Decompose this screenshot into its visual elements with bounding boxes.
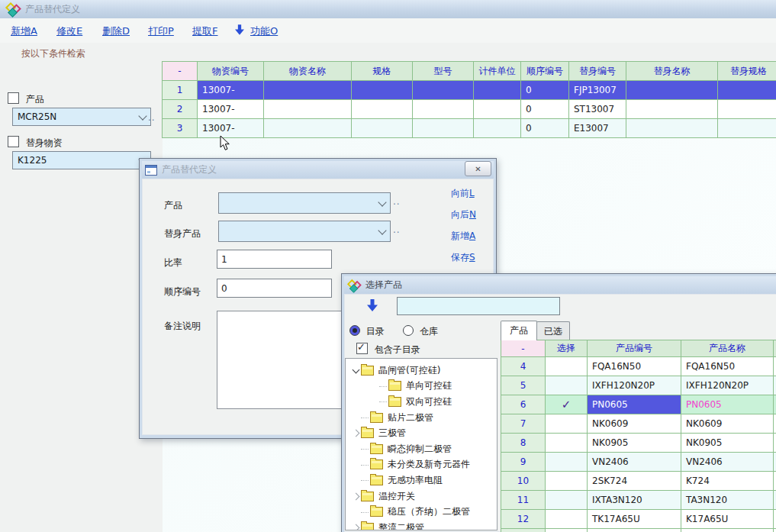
table-cell[interactable] (546, 414, 588, 434)
table-row[interactable]: 4FQA16N50FQA16N50F (501, 357, 776, 376)
product-field-more-button[interactable]: .. (393, 196, 401, 207)
table-cell[interactable]: K724 (681, 472, 774, 491)
table-row[interactable]: 213007-0ST13007 (163, 100, 776, 119)
include-sub-checkbox-row[interactable]: 包含子目录 (356, 343, 420, 356)
table-cell[interactable]: 13007- (198, 81, 264, 100)
table-cell[interactable]: 9 (501, 453, 546, 472)
tree-item[interactable]: 整流二极管 (346, 520, 497, 530)
column-header[interactable]: 物资名称 (264, 62, 352, 81)
substitute-checkbox[interactable] (8, 136, 19, 147)
tree-expand-icon[interactable] (350, 430, 361, 436)
column-header[interactable]: 顺序编号 (521, 62, 569, 81)
table-cell[interactable]: 8 (501, 434, 546, 453)
table-cell[interactable]: 0 (521, 100, 569, 119)
chevron-down-icon[interactable] (378, 198, 386, 206)
action-link-A[interactable]: 新增A (451, 230, 476, 243)
tree-item[interactable]: 未分类及新奇元器件 (346, 457, 497, 473)
table-cell[interactable] (264, 119, 352, 138)
table-cell[interactable] (546, 357, 588, 376)
action-link-S[interactable]: 保存S (451, 251, 476, 264)
tree-item[interactable]: 瞬态抑制二极管 (346, 441, 497, 457)
table-cell[interactable]: K17A65U (681, 510, 774, 529)
radio-unselected-icon[interactable] (403, 325, 414, 336)
table-cell[interactable]: 2 (163, 100, 198, 119)
close-button[interactable]: ✕ (465, 161, 491, 176)
table-cell[interactable]: 10 (501, 472, 546, 491)
column-header[interactable]: 替身规格 (718, 62, 776, 81)
toolbar-item-D[interactable]: 删除D (102, 24, 130, 38)
column-header[interactable]: 产品编号 (588, 340, 681, 357)
table-row[interactable] (501, 529, 776, 532)
table-cell[interactable] (474, 119, 521, 138)
table-cell[interactable]: VN2406 (588, 453, 681, 472)
table-cell[interactable]: NK0905 (588, 434, 681, 453)
column-header[interactable]: 产品名称 (681, 340, 774, 357)
table-cell[interactable]: 11 (501, 491, 546, 510)
table-cell[interactable]: 1 (163, 81, 198, 100)
column-header[interactable]: 选择 (546, 340, 588, 357)
table-cell[interactable] (626, 119, 718, 138)
tree-item[interactable]: 无感功率电阻 (346, 472, 497, 488)
product-more-button[interactable]: .. (148, 112, 156, 123)
table-cell[interactable] (718, 119, 776, 138)
table-cell[interactable]: 5 (501, 376, 546, 395)
column-header[interactable]: 替身编号 (569, 62, 626, 81)
column-header[interactable]: - (163, 62, 198, 81)
table-cell[interactable] (352, 81, 413, 100)
column-header[interactable]: 替身名称 (626, 62, 718, 81)
toolbar-item-A[interactable]: 新增A (11, 24, 37, 38)
tab-selected[interactable]: 已选 (536, 321, 570, 340)
table-row[interactable]: 313007-0E13007 (163, 119, 776, 138)
column-header[interactable]: 规格 (352, 62, 413, 81)
chevron-down-icon[interactable] (138, 111, 147, 120)
tree-item[interactable]: 三极管 (346, 425, 497, 441)
table-cell[interactable]: 2SK724 (588, 472, 681, 491)
table-cell[interactable]: NK0905 (681, 434, 774, 453)
tree-expand-icon[interactable] (350, 525, 361, 530)
tree-item[interactable]: 晶闸管(可控硅) (346, 363, 497, 379)
ratio-field-input[interactable]: 1 (217, 250, 332, 269)
table-cell[interactable]: 13007- (198, 100, 264, 119)
table-cell[interactable] (413, 119, 474, 138)
table-cell[interactable]: 0 (521, 81, 569, 100)
tree-item[interactable]: 单向可控硅 (346, 379, 497, 395)
table-cell[interactable]: IXFH120N20P (588, 376, 681, 395)
table-cell[interactable] (626, 100, 718, 119)
radio-selected-icon[interactable] (349, 325, 360, 336)
column-header[interactable]: 计件单位 (474, 62, 521, 81)
table-cell[interactable]: TK17A65U (588, 510, 681, 529)
search-arrow-icon[interactable] (367, 299, 378, 314)
table-cell[interactable]: ST13007 (569, 100, 626, 119)
table-cell[interactable] (626, 81, 718, 100)
table-cell[interactable] (352, 119, 413, 138)
tree-item[interactable]: 双向可控硅 (346, 394, 497, 410)
table-cell[interactable]: FJP13007 (569, 81, 626, 100)
table-row[interactable]: 8NK0905NK0905N (501, 434, 776, 453)
include-sub-checkbox[interactable] (356, 343, 368, 354)
table-row[interactable]: 102SK724K724K (501, 472, 776, 491)
edit-dialog-titlebar[interactable]: 产品替代定义 (142, 161, 494, 179)
tree-item[interactable]: 温控开关 (346, 488, 497, 505)
table-row[interactable]: 7NK0609NK0609N (501, 414, 776, 434)
table-cell[interactable]: 4 (501, 357, 546, 376)
function-dropdown-arrow-icon[interactable] (235, 24, 244, 37)
table-row[interactable]: 12TK17A65UK17A65UK (501, 510, 776, 529)
table-cell[interactable]: FQA16N50 (681, 357, 774, 376)
table-cell[interactable] (474, 100, 521, 119)
table-cell[interactable]: 13007- (198, 119, 264, 138)
table-cell[interactable]: E13007 (569, 119, 626, 138)
table-row[interactable]: 9VN2406VN2406V (501, 453, 776, 472)
table-cell[interactable] (718, 100, 776, 119)
table-row[interactable]: 5IXFH120N20PIXFH120N20P1 (501, 376, 776, 395)
table-cell[interactable] (264, 100, 352, 119)
table-cell[interactable] (264, 81, 352, 100)
table-cell[interactable] (546, 434, 588, 453)
table-cell[interactable]: IXTA3N120 (588, 491, 681, 510)
toolbar-item-E[interactable]: 修改E (56, 24, 82, 38)
substitute-field-more-button[interactable]: .. (393, 224, 401, 235)
table-cell[interactable]: 12 (501, 510, 546, 529)
product-field-combo[interactable] (218, 192, 391, 214)
table-cell[interactable] (681, 529, 774, 532)
scope-radio-catalog[interactable]: 目录 (349, 325, 385, 338)
select-dialog-titlebar[interactable]: 选择产品 (344, 276, 776, 294)
